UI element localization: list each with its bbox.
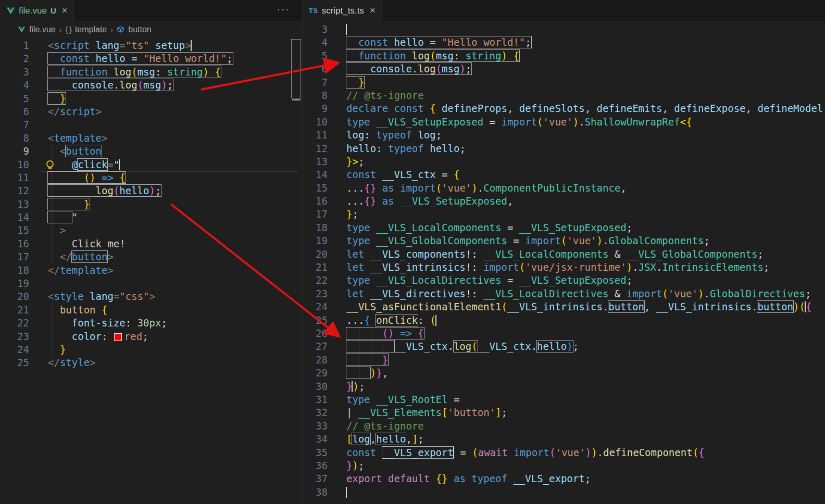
code-line[interactable]: 25...{ onClick: ( [303,314,825,327]
token: } [346,208,352,220]
code-line[interactable]: 4 console.log(msg); [0,79,302,92]
more-actions-button[interactable]: ··· [277,0,302,21]
code-line[interactable]: 10type __VLS_SetupExposed = import('vue'… [303,116,825,129]
code-line[interactable]: 26 () => { [303,327,825,340]
code-line[interactable]: 17 </button> [0,250,302,263]
code-line[interactable]: 33// @ts-ignore [303,420,825,433]
code-line[interactable]: 5 function log(msg: string) { [303,49,825,62]
source-map-box: function log(msg: string) { [48,66,221,78]
code-line[interactable]: 8// @ts-ignore [303,89,825,102]
right-tab-bar: TS script_ts.ts × [303,0,825,21]
code-line[interactable]: 22type __VLS_LocalDirectives = __VLS_Set… [303,274,825,287]
code-line[interactable]: 22 font-size: 30px; [0,317,302,330]
code-line[interactable]: 20let __VLS_components!: __VLS_LocalComp… [303,248,825,261]
code-line[interactable]: 37export default {} as typeof __VLS_expo… [303,472,825,485]
code-line[interactable]: 10 @click=" [0,158,302,171]
token: | [346,407,358,418]
breadcrumb-item-button[interactable]: button [128,25,151,34]
code-line[interactable]: 5 } [0,92,302,105]
token: ) [471,182,477,194]
token: log [114,66,131,78]
code-line[interactable]: 30}); [303,380,825,393]
cursor [191,40,192,51]
token: 'vue/jsx-runtime' [525,261,626,273]
code-line[interactable]: 7 } [303,76,825,89]
token: . [447,341,453,352]
code-line[interactable]: 14const __VLS_ctx = { [303,168,825,181]
token: type [346,235,370,246]
code-line[interactable]: 27 __VLS_ctx.log(__VLS_ctx.hello); [303,340,825,353]
code-line[interactable]: 31type __VLS_RootEl = [303,393,825,406]
code-line[interactable]: 35const __VLS_export = (await import('vu… [303,446,825,459]
line-number: 9 [0,145,29,158]
code-line[interactable]: 3 function log(msg: string) { [0,66,302,79]
token: 'vue' [567,235,596,246]
code-line[interactable]: 7 [0,118,302,131]
source-map-box: const hello = "Hello world!"; [48,53,233,64]
lightbulb-icon[interactable] [46,160,54,168]
breadcrumb-item-file[interactable]: file.vue [29,25,56,34]
code-line[interactable]: 16...{} as __VLS_SetupExposed, [303,195,825,208]
code-line[interactable]: 24__VLS_asFunctionalElement1(__VLS_intri… [303,300,825,313]
code-line[interactable]: 2 const hello = "Hello world!"; [0,52,302,65]
code-line[interactable]: 6</script> [0,105,302,118]
code-line[interactable]: 23let __VLS_directives!: __VLS_LocalDire… [303,287,825,300]
token: ; [627,222,632,233]
git-untracked-badge: U [51,6,56,15]
token: > [102,132,107,144]
code-line[interactable]: 4 const hello = "Hello world!"; [303,36,825,49]
code-line[interactable]: 23 color: red; [0,330,302,343]
code-line[interactable]: 34[log,hello,]; [303,433,825,446]
token [114,172,119,183]
line-number: 7 [303,76,328,89]
tab-file-vue[interactable]: file.vue U × [0,0,74,21]
code-line[interactable]: 21let __VLS_intrinsics!: import('vue/jsx… [303,261,825,274]
close-icon[interactable]: × [370,5,376,16]
code-line[interactable]: 12hello: typeof hello; [303,142,825,155]
code-editor-script-ts[interactable]: 34 const hello = "Hello world!";5 functi… [303,23,825,499]
code-line[interactable]: 11 () => { [0,171,302,184]
code-line[interactable]: 36}); [303,459,825,472]
token: ... [346,314,364,326]
code-line[interactable]: 18</template> [0,264,302,277]
code-line[interactable]: 9 <button [0,145,302,158]
code-line[interactable]: 8<template> [0,132,302,145]
code-line[interactable]: 16 Click me! [0,237,302,250]
overview-ruler-mark[interactable] [291,39,301,98]
breadcrumb-item-template[interactable]: template [75,25,107,34]
token: 'vue' [543,116,573,128]
tab-script-ts[interactable]: TS script_ts.ts × [303,0,382,21]
code-line[interactable]: 13 } [0,198,302,211]
code-line[interactable]: 21 button { [0,304,302,317]
code-line[interactable]: 1<script lang="ts" setup> [0,39,302,52]
code-line[interactable]: 14 " [0,211,302,224]
close-icon[interactable]: × [62,5,68,16]
code-line[interactable]: 18type __VLS_LocalComponents = __VLS_Set… [303,221,825,234]
token: = [448,394,460,405]
token: const [394,103,424,114]
code-line[interactable]: 15 > [0,224,302,237]
code-line[interactable]: 11log: typeof log; [303,129,825,142]
code-line[interactable]: 24 } [0,343,302,356]
code-editor-file-vue[interactable]: 1<script lang="ts" setup>2 const hello =… [0,39,302,370]
code-line[interactable]: 6 console.log(msg); [303,62,825,75]
code-line[interactable]: 29 )}, [303,367,825,380]
code-line[interactable]: 9declare const { defineProps, defineSlot… [303,102,825,115]
overview-ruler-mark[interactable] [292,99,301,100]
code-line[interactable]: 15...{} as import('vue').ComponentPublic… [303,182,825,195]
code-line[interactable]: 3 [303,23,825,36]
token: {} [436,473,448,484]
code-line[interactable]: 38 [303,486,825,499]
code-line[interactable]: 32| __VLS_Elements['button']; [303,406,825,419]
code-line[interactable]: 25</style> [0,356,302,369]
code-line[interactable]: 12 log(hello); [0,184,302,197]
code-line[interactable]: 19 [0,277,302,290]
code-line[interactable]: 20<style lang="css"> [0,290,302,303]
token: default [388,473,430,484]
code-line[interactable]: 19type __VLS_GlobalComponents = import('… [303,234,825,247]
code-line[interactable]: 17}; [303,208,825,221]
code-line[interactable]: 13}>; [303,155,825,168]
source-map-box: hello) [537,341,573,352]
code-line[interactable]: 28 } [303,354,825,367]
color-swatch[interactable] [115,334,121,341]
